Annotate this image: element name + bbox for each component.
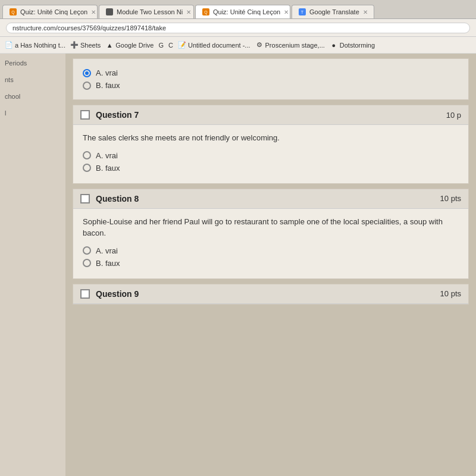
tab3-close[interactable]: ✕ <box>284 9 289 15</box>
tab-module[interactable]: Module Two Lesson Ni ✕ <box>99 5 194 18</box>
bookmark-chrome[interactable]: C <box>168 42 173 49</box>
tab2-close[interactable]: ✕ <box>186 9 191 15</box>
bookmark-drive-label: Google Drive <box>115 42 154 49</box>
main-layout: Periods nts chool l A. vrai B. faux Ques… <box>0 54 476 476</box>
q8-answer-a[interactable]: A. vrai <box>83 246 459 255</box>
tab4-label: Google Translate <box>309 8 359 15</box>
svg-text:T: T <box>301 10 304 14</box>
doc-icon: 📝 <box>178 41 186 49</box>
q7-radio-a[interactable] <box>83 151 91 159</box>
url-bar[interactable]: nstructure.com/courses/37569/quizzes/189… <box>6 23 470 33</box>
question-card-7: Question 7 10 p The sales clerks she mee… <box>73 105 469 184</box>
module-icon <box>105 8 114 16</box>
bookmark-proscenium-label: Proscenium stage,... <box>265 42 325 49</box>
question-7-checkbox[interactable] <box>80 110 90 120</box>
prev-answer-a[interactable]: A. vrai <box>83 68 459 77</box>
sheets-icon: ➕ <box>70 41 79 49</box>
question-7-header: Question 7 10 p <box>73 105 468 125</box>
question-8-body: Sophie-Louise and her friend Paul will g… <box>73 209 468 278</box>
question-8-header-left: Question 8 <box>80 194 139 203</box>
q8-answer-b-label: B. faux <box>96 259 120 268</box>
q7-answer-b-label: B. faux <box>96 164 120 173</box>
bookmark-google[interactable]: G <box>158 42 164 49</box>
quiz2-icon: Q <box>202 8 210 16</box>
tab1-label: Quiz: Unité Cinq Leçon <box>20 8 87 15</box>
wp-icon: ⚙ <box>255 41 264 49</box>
tab2-label: Module Two Lesson Ni <box>117 8 183 15</box>
bookmark-chrome-label: C <box>168 42 173 49</box>
q7-answer-a[interactable]: A. vrai <box>83 151 459 160</box>
question-9-header-left: Question 9 <box>80 289 139 299</box>
q7-answer-a-label: A. vrai <box>96 151 118 160</box>
bookmark-nothing[interactable]: 📄 a Has Nothing t... <box>5 41 65 49</box>
bookmark-doc[interactable]: 📝 Untitled document -... <box>178 41 250 49</box>
tab4-close[interactable]: ✕ <box>363 9 368 15</box>
question-7-header-left: Question 7 <box>80 110 139 120</box>
tab-quiz1[interactable]: Q Quiz: Unité Cinq Leçon ✕ <box>2 5 98 18</box>
question-7-body: The sales clerks she meets are not frien… <box>73 125 468 183</box>
question-9-header: Question 9 10 pts <box>73 284 468 304</box>
dot-icon: ● <box>330 41 338 49</box>
sidebar-l: l <box>5 109 61 117</box>
bookmarks-bar: 📄 a Has Nothing t... ➕ Sheets ▲ Google D… <box>0 37 476 54</box>
browser-tabs: Q Quiz: Unité Cinq Leçon ✕ Module Two Le… <box>0 0 476 19</box>
question-7-text: The sales clerks she meets are not frien… <box>83 132 459 144</box>
svg-rect-2 <box>106 8 113 15</box>
question-8-checkbox[interactable] <box>80 194 90 203</box>
q8-radio-a[interactable] <box>83 246 91 255</box>
question-card-8: Question 8 10 pts Sophie-Louise and her … <box>73 189 469 279</box>
svg-text:Q: Q <box>11 10 15 15</box>
translate-icon: T <box>298 8 306 16</box>
question-9-title: Question 9 <box>96 289 139 299</box>
content-area: A. vrai B. faux Question 7 10 p The sale… <box>65 54 476 476</box>
question-8-title: Question 8 <box>96 194 139 203</box>
prev-answer-b-label: B. faux <box>96 81 120 90</box>
nothing-icon: 📄 <box>5 41 13 49</box>
prev-radio-a[interactable] <box>83 69 91 77</box>
prev-answer-b[interactable]: B. faux <box>83 81 459 90</box>
quiz-icon: Q <box>9 8 17 16</box>
bookmark-dot-label: Dotstorming <box>340 42 375 49</box>
question-9-checkbox[interactable] <box>80 289 90 299</box>
question-8-text: Sophie-Louise and her friend Paul will g… <box>83 216 459 239</box>
drive-icon: ▲ <box>105 41 114 49</box>
svg-text:Q: Q <box>204 10 208 15</box>
bookmark-drive[interactable]: ▲ Google Drive <box>105 41 154 49</box>
question-9-pts: 10 pts <box>440 289 461 298</box>
tab3-label: Quiz: Unité Cinq Leçon <box>213 8 280 15</box>
bookmark-sheets-label: Sheets <box>80 42 101 49</box>
q8-answer-b[interactable]: B. faux <box>83 259 459 268</box>
bookmark-google-label: G <box>158 42 164 49</box>
sidebar-chool: chool <box>5 93 61 100</box>
sidebar-periods: Periods <box>5 60 61 67</box>
q7-radio-b[interactable] <box>83 164 91 172</box>
q8-answer-a-label: A. vrai <box>96 246 118 255</box>
sidebar-nts: nts <box>5 76 61 83</box>
previous-question-answers: A. vrai B. faux <box>73 58 469 100</box>
prev-radio-b[interactable] <box>83 82 91 90</box>
bookmark-dot[interactable]: ● Dotstorming <box>330 41 375 49</box>
bookmark-nothing-label: a Has Nothing t... <box>15 42 65 49</box>
address-bar: nstructure.com/courses/37569/quizzes/189… <box>0 19 476 37</box>
bookmark-doc-label: Untitled document -... <box>188 42 250 49</box>
bookmark-proscenium[interactable]: ⚙ Proscenium stage,... <box>255 41 325 49</box>
q7-answer-b[interactable]: B. faux <box>83 164 459 173</box>
q8-radio-b[interactable] <box>83 259 91 267</box>
question-8-pts: 10 pts <box>440 194 461 203</box>
question-card-9: Question 9 10 pts <box>73 284 469 305</box>
tab1-close[interactable]: ✕ <box>91 9 96 15</box>
prev-answer-a-label: A. vrai <box>96 68 118 77</box>
sidebar: Periods nts chool l <box>0 54 65 476</box>
question-8-header: Question 8 10 pts <box>73 189 468 209</box>
bookmark-sheets[interactable]: ➕ Sheets <box>70 41 101 49</box>
tab-translate[interactable]: T Google Translate ✕ <box>292 5 374 18</box>
question-7-pts: 10 p <box>446 111 461 120</box>
tab-quiz2[interactable]: Q Quiz: Unité Cinq Leçon ✕ <box>195 5 290 18</box>
question-7-title: Question 7 <box>96 110 139 120</box>
